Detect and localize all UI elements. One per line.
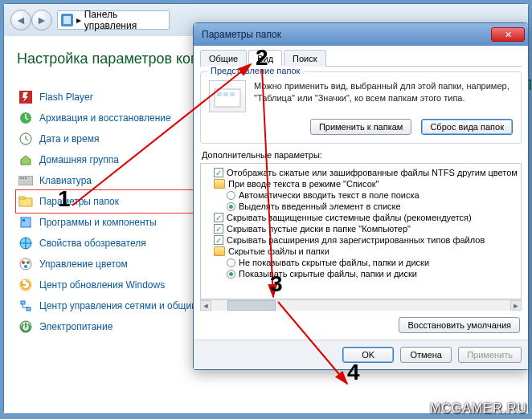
breadcrumb-sep: ▸ [76,14,81,26]
breadcrumb[interactable]: ▸ Панель управления [57,10,170,30]
checkbox-icon[interactable]: ✓ [214,224,223,234]
keyboard-icon [18,173,33,188]
flash-icon [18,90,33,104]
svg-point-14 [27,261,30,264]
color-icon [18,257,33,271]
watermark: MCGAMER.RU [430,401,527,416]
svg-rect-4 [20,177,22,179]
forward-button[interactable]: ► [31,10,52,31]
folder-options-dialog: Параметры папок ✕ Общие Вид Поиск Предст… [193,22,529,370]
checkbox-icon[interactable]: ✓ [214,168,223,177]
apply-to-folders-button[interactable]: Применить к папкам [310,119,412,135]
tab-strip: Общие Вид Поиск [200,49,522,67]
svg-rect-9 [21,218,31,227]
svg-rect-17 [21,301,25,304]
svg-rect-21 [217,92,222,96]
radio-icon[interactable] [227,270,235,279]
tab-general[interactable]: Общие [200,50,247,67]
tree-item[interactable]: ✓Скрывать пустые диски в папке "Компьюте… [203,223,519,234]
control-panel-icon [61,14,73,26]
ok-button[interactable]: OK [342,347,394,363]
group-title: Представление папок [207,66,303,75]
tab-view[interactable]: Вид [248,50,282,67]
radio-icon[interactable] [227,258,235,267]
tree-item[interactable]: ✓Скрывать расширения для зарегистрирован… [203,234,519,246]
svg-rect-6 [25,177,27,179]
dialog-body: Общие Вид Поиск Представление папок Можн… [194,46,528,340]
tree-item[interactable]: Автоматически вводить текст в поле поиск… [203,189,519,201]
tree-item[interactable]: ✓Скрывать защищенные системные файлы (ре… [203,212,519,223]
power-icon [18,319,33,334]
folder-view-group: Представление папок Можно применить вид,… [200,71,522,144]
svg-rect-10 [23,219,25,222]
folder-icon [214,246,225,256]
checkbox-icon[interactable]: ✓ [214,213,223,222]
folder-icon [214,179,225,189]
scroll-right-button[interactable]: ► [510,300,522,311]
advanced-label: Дополнительные параметры: [202,150,522,160]
internet-icon [18,236,33,250]
svg-rect-23 [230,92,235,96]
tree-item[interactable]: Скрытые файлы и папки [203,246,519,257]
svg-point-15 [24,265,27,268]
backup-icon [18,111,33,125]
checkbox-icon[interactable]: ✓ [214,235,223,245]
folder-options-icon [18,194,33,209]
network-icon [18,299,33,313]
reset-folders-button[interactable]: Сброс вида папок [421,119,513,135]
svg-rect-22 [223,92,228,96]
svg-rect-3 [18,176,33,185]
homegroup-icon [18,153,33,167]
programs-icon [18,215,33,230]
scroll-left-button[interactable]: ◄ [200,300,211,311]
radio-icon[interactable] [227,202,235,211]
update-icon [18,278,33,292]
apply-button[interactable]: Применить [458,347,522,363]
tree-item[interactable]: ✓Отображать сжатые или зашифрованные фай… [203,167,519,178]
back-button[interactable]: ◄ [10,10,31,31]
svg-rect-5 [23,177,24,179]
scroll-thumb[interactable] [227,300,276,311]
restore-defaults-button[interactable]: Восстановить умолчания [399,317,520,333]
breadcrumb-label: Панель управления [84,9,166,31]
folder-view-desc: Можно применить вид, выбранный для этой … [254,80,513,112]
svg-rect-18 [27,307,31,311]
cancel-button[interactable]: Отмена [400,347,452,363]
dialog-footer: OK Отмена Применить [194,340,528,369]
dialog-titlebar[interactable]: Параметры папок ✕ [194,23,528,46]
tree-item[interactable]: Выделять введенный элемент в списке [203,201,519,212]
advanced-tree[interactable]: ✓Отображать сжатые или зашифрованные фай… [200,163,522,299]
horizontal-scrollbar[interactable]: ◄ ► [200,299,522,311]
close-button[interactable]: ✕ [491,27,525,42]
radio-icon[interactable] [227,191,235,200]
tree-item[interactable]: При вводе текста в режиме "Список" [203,178,519,189]
tree-item[interactable]: Показывать скрытые файлы, папки и диски [203,268,519,279]
dialog-title: Параметры папок [202,29,281,40]
tree-item[interactable]: Не показывать скрытые файлы, папки и дис… [203,257,519,268]
svg-rect-20 [215,89,240,107]
clock-icon [18,132,33,146]
svg-point-13 [22,261,25,264]
tab-search[interactable]: Поиск [284,50,325,67]
folder-view-icon [209,80,246,112]
svg-rect-8 [19,197,25,199]
